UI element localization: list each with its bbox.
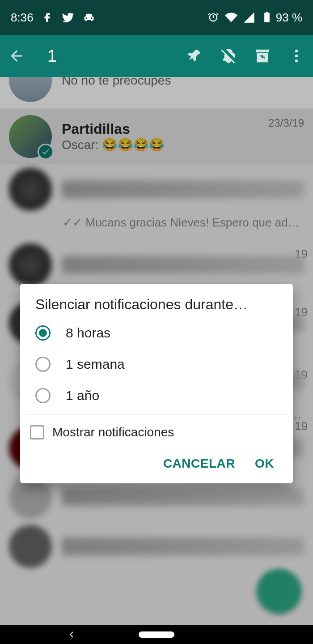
option-label: 8 horas [66, 325, 110, 341]
nav-home-pill[interactable] [139, 631, 174, 638]
selection-count: 1 [38, 47, 173, 66]
system-status-bar: 8:36 93 % [0, 0, 313, 35]
svg-point-0 [295, 50, 298, 52]
twitter-icon [61, 11, 75, 24]
selection-app-bar: 1 [0, 35, 313, 77]
option-label: 1 semana [66, 357, 125, 372]
alarm-icon [207, 11, 220, 24]
back-icon[interactable] [8, 47, 25, 64]
option-label: 1 año [66, 388, 99, 403]
more-icon[interactable] [288, 47, 305, 64]
car-icon [83, 11, 95, 24]
checkbox-icon [30, 425, 44, 439]
ok-button[interactable]: OK [255, 456, 274, 471]
cancel-button[interactable]: CANCELAR [163, 456, 235, 471]
status-clock: 8:36 [11, 11, 34, 25]
svg-point-1 [295, 55, 298, 57]
nav-back-icon[interactable] [67, 630, 76, 639]
mute-option-1y[interactable]: 1 año [20, 380, 293, 411]
radio-icon [35, 388, 51, 403]
mute-icon[interactable] [220, 47, 237, 64]
wifi-icon [225, 11, 237, 24]
pin-icon[interactable] [186, 47, 203, 64]
chat-list: No no te preocupes Partidillas Oscar: 😂😂… [0, 77, 313, 625]
mute-option-1w[interactable]: 1 semana [20, 349, 293, 380]
signal-icon [243, 11, 255, 24]
radio-icon [35, 357, 51, 372]
battery-indicator: 93 % [261, 11, 302, 25]
svg-point-2 [295, 60, 298, 62]
facebook-icon [42, 12, 53, 23]
checkbox-label: Mostrar notificaciones [52, 425, 174, 439]
dialog-title: Silenciar notificaciones durante… [20, 296, 293, 317]
mute-option-8h[interactable]: 8 horas [20, 317, 293, 349]
modal-overlay[interactable]: Silenciar notificaciones durante… 8 hora… [0, 77, 313, 625]
radio-icon [35, 325, 51, 341]
mute-dialog: Silenciar notificaciones durante… 8 hora… [20, 284, 293, 483]
system-nav-bar [0, 625, 313, 644]
show-notifications-checkbox[interactable]: Mostrar notificaciones [20, 414, 293, 450]
archive-icon[interactable] [254, 47, 271, 64]
